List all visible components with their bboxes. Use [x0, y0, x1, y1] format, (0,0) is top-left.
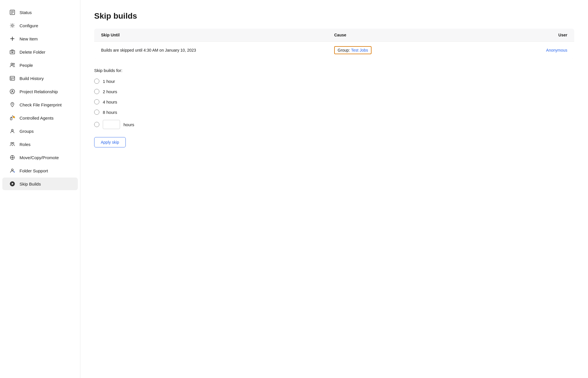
- svg-text:?: ?: [14, 171, 15, 173]
- radio-2hours[interactable]: [94, 89, 99, 94]
- delete-folder-icon: [9, 49, 16, 55]
- sidebar-item-configure[interactable]: Configure: [2, 19, 78, 32]
- svg-point-4: [11, 25, 13, 26]
- skip-builds-table: Skip Until Cause User Builds are skipped…: [94, 29, 574, 59]
- svg-point-23: [11, 129, 13, 131]
- sidebar-item-label: Project Relationship: [20, 89, 58, 94]
- skip-builds-for-section: Skip builds for: 1 hour 2 hours 4 hours …: [94, 68, 574, 147]
- project-relationship-icon: [9, 88, 16, 95]
- sidebar-item-check-file-fingerprint[interactable]: Check File Fingerprint: [2, 98, 78, 111]
- sidebar-item-people[interactable]: People: [2, 59, 78, 71]
- sidebar-item-label: Build History: [20, 76, 44, 81]
- sidebar-item-label: New Item: [20, 36, 38, 41]
- build-history-icon: [9, 75, 16, 81]
- sidebar-item-label: Groups: [20, 129, 34, 134]
- configure-icon: [9, 22, 16, 29]
- custom-hours-label: hours: [123, 122, 134, 127]
- sidebar-item-status[interactable]: Status: [2, 6, 78, 19]
- col-header-user: User: [474, 33, 567, 37]
- custom-hours-row: hours: [94, 120, 574, 129]
- folder-support-icon: ?: [9, 167, 16, 174]
- apply-skip-button[interactable]: Apply skip: [94, 137, 126, 147]
- sidebar-item-delete-folder[interactable]: Delete Folder: [2, 46, 78, 58]
- skip-builds-for-label: Skip builds for:: [94, 68, 574, 73]
- sidebar-item-skip-builds[interactable]: Skip Builds: [2, 178, 78, 190]
- sidebar-item-roles[interactable]: Roles: [2, 138, 78, 151]
- sidebar-item-label: Skip Builds: [20, 182, 41, 186]
- sidebar-item-label: People: [20, 63, 33, 68]
- sidebar-item-label: Move/Copy/Promote: [20, 155, 59, 160]
- sidebar-item-move-copy-promote[interactable]: Move/Copy/Promote: [2, 151, 78, 164]
- cause-label: Group:: [338, 48, 350, 52]
- svg-point-12: [13, 63, 15, 65]
- custom-hours-input[interactable]: [103, 120, 120, 129]
- table-row: Builds are skipped until 4:30 AM on Janu…: [94, 41, 574, 59]
- radio-group: 1 hour 2 hours 4 hours 8 hours hours: [94, 79, 574, 129]
- status-icon: [9, 9, 16, 15]
- sidebar-item-project-relationship[interactable]: Project Relationship: [2, 85, 78, 98]
- check-file-fingerprint-icon: [9, 102, 16, 108]
- svg-point-29: [11, 169, 13, 171]
- sidebar: Status Configure New Item: [0, 0, 80, 378]
- cause-group-value: Test Jobs: [351, 48, 368, 52]
- sidebar-item-label: Roles: [20, 142, 30, 147]
- sidebar-item-label: Delete Folder: [20, 50, 45, 54]
- radio-label-8hours: 8 hours: [103, 110, 117, 115]
- svg-point-25: [13, 143, 14, 144]
- cause-badge: Group: Test Jobs: [334, 46, 372, 54]
- page-title: Skip builds: [94, 11, 574, 21]
- sidebar-item-label: Controlled Agents: [20, 116, 53, 120]
- svg-rect-19: [10, 118, 12, 120]
- radio-label-4hours: 4 hours: [103, 100, 117, 104]
- radio-1hour[interactable]: [94, 79, 99, 84]
- col-header-skip-until: Skip Until: [101, 33, 334, 37]
- svg-rect-15: [11, 79, 12, 79]
- svg-point-11: [11, 63, 13, 65]
- svg-point-18: [12, 90, 13, 91]
- sidebar-item-label: Status: [20, 10, 32, 15]
- new-item-icon: [9, 36, 16, 42]
- controlled-agents-icon: 🔒: [9, 115, 16, 121]
- radio-8hours[interactable]: [94, 110, 99, 115]
- radio-option-2hours[interactable]: 2 hours: [94, 89, 574, 94]
- svg-point-24: [11, 143, 12, 144]
- cause-value: Group: Test Jobs: [334, 46, 474, 54]
- skip-until-value: Builds are skipped until 4:30 AM on Janu…: [101, 48, 334, 52]
- sidebar-item-controlled-agents[interactable]: 🔒 Controlled Agents: [2, 112, 78, 124]
- svg-rect-20: [11, 117, 12, 118]
- radio-4hours[interactable]: [94, 99, 99, 104]
- sidebar-item-build-history[interactable]: Build History: [2, 72, 78, 85]
- user-link: Anonymous: [546, 48, 567, 52]
- sidebar-item-groups[interactable]: Groups: [2, 125, 78, 137]
- people-icon: [9, 62, 16, 68]
- sidebar-item-label: Folder Support: [20, 168, 48, 173]
- roles-icon: [9, 141, 16, 147]
- user-value: Anonymous: [474, 48, 567, 52]
- radio-label-2hours: 2 hours: [103, 89, 117, 94]
- sidebar-item-label: Check File Fingerprint: [20, 102, 62, 107]
- sidebar-item-folder-support[interactable]: ? Folder Support: [2, 164, 78, 177]
- radio-option-1hour[interactable]: 1 hour: [94, 79, 574, 84]
- groups-icon: [9, 128, 16, 134]
- move-copy-promote-icon: [9, 154, 16, 161]
- skip-builds-icon: [9, 181, 16, 187]
- main-content: Skip builds Skip Until Cause User Builds…: [80, 0, 588, 378]
- svg-rect-16: [12, 79, 14, 79]
- radio-option-8hours[interactable]: 8 hours: [94, 110, 574, 115]
- col-header-cause: Cause: [334, 33, 474, 37]
- svg-text:🔒: 🔒: [13, 116, 16, 118]
- sidebar-item-label: Configure: [20, 23, 38, 28]
- table-header: Skip Until Cause User: [94, 29, 574, 41]
- sidebar-item-new-item[interactable]: New Item: [2, 32, 78, 45]
- radio-custom-hours[interactable]: [94, 122, 99, 127]
- radio-label-1hour: 1 hour: [103, 79, 115, 84]
- radio-option-4hours[interactable]: 4 hours: [94, 99, 574, 104]
- svg-rect-13: [10, 76, 15, 80]
